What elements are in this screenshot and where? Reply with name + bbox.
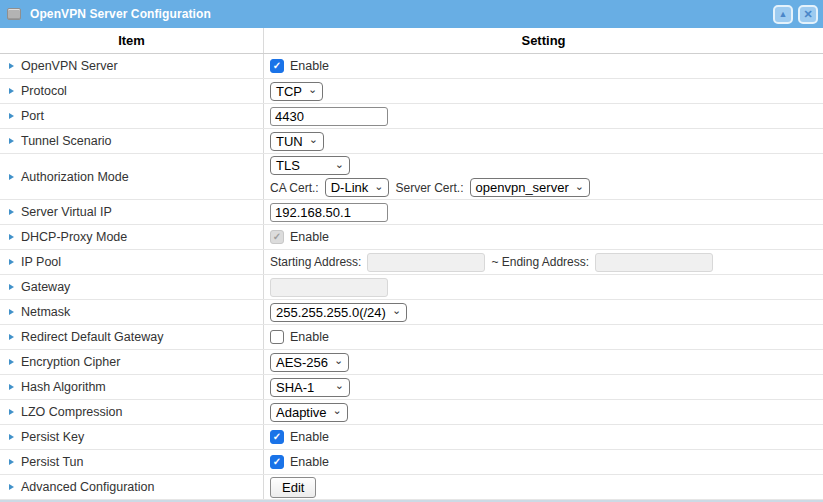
tunnel-scenario-label: Tunnel Scenario <box>21 134 112 148</box>
port-input[interactable] <box>270 107 388 126</box>
ca-cert-select-value: D-Link <box>331 180 369 195</box>
ending-address-input <box>595 253 713 272</box>
persist-tun-checkbox-field: ✓Enable <box>270 455 329 469</box>
port-label: Port <box>21 109 44 123</box>
server-virtual-ip-label: Server Virtual IP <box>21 205 112 219</box>
starting-address-input <box>367 253 485 272</box>
netmask-select-value: 255.255.255.0(/24) <box>276 305 386 320</box>
server-cert-label: Server Cert.: <box>395 181 463 195</box>
redirect-default-gateway-checkbox-field: Enable <box>270 330 329 344</box>
close-icon: ✕ <box>803 9 812 20</box>
authorization-mode-mode-select[interactable]: TLS⌄ <box>270 156 350 175</box>
bullet-icon <box>9 484 14 490</box>
setting-cell-encryption-cipher: AES-256⌄ <box>264 350 823 374</box>
dhcp-proxy-mode-checkbox-field: ✓Enable <box>270 230 329 244</box>
persist-tun-label: Persist Tun <box>21 455 84 469</box>
setting-cell-authorization-mode: TLS⌄CA Cert.:D-Link⌄Server Cert.:openvpn… <box>264 154 823 199</box>
window-icon <box>7 8 21 20</box>
tunnel-scenario-select[interactable]: TUN⌄ <box>270 132 324 151</box>
bullet-icon <box>9 284 14 290</box>
collapse-button[interactable]: ▲ <box>773 5 793 24</box>
item-cell-hash-algorithm: Hash Algorithm <box>0 375 264 399</box>
item-cell-dhcp-proxy-mode: DHCP-Proxy Mode <box>0 225 264 249</box>
gateway-label: Gateway <box>21 280 70 294</box>
setting-cell-protocol: TCP⌄ <box>264 79 823 103</box>
redirect-default-gateway-checkbox[interactable] <box>270 330 284 344</box>
row-lzo-compression: LZO CompressionAdaptive⌄ <box>0 400 823 425</box>
bullet-icon <box>9 309 14 315</box>
settings-table: Item Setting OpenVPN Server✓EnableProtoc… <box>0 28 823 500</box>
row-hash-algorithm: Hash AlgorithmSHA-1⌄ <box>0 375 823 400</box>
persist-tun-checkbox-label: Enable <box>290 455 329 469</box>
persist-key-checkbox-field: ✓Enable <box>270 430 329 444</box>
ending-address-label: ~ Ending Address: <box>491 255 589 269</box>
bullet-icon <box>9 359 14 365</box>
persist-tun-checkbox[interactable]: ✓ <box>270 455 284 469</box>
item-cell-encryption-cipher: Encryption Cipher <box>0 350 264 374</box>
item-cell-persist-tun: Persist Tun <box>0 450 264 474</box>
bullet-icon <box>9 174 14 180</box>
collapse-icon: ▲ <box>779 10 788 19</box>
setting-cell-gateway <box>264 275 823 299</box>
ca-cert-select[interactable]: D-Link⌄ <box>325 178 390 197</box>
bullet-icon <box>9 259 14 265</box>
item-cell-authorization-mode: Authorization Mode <box>0 154 264 199</box>
row-protocol: ProtocolTCP⌄ <box>0 79 823 104</box>
hash-algorithm-select-value: SHA-1 <box>276 380 314 395</box>
tunnel-scenario-select-value: TUN <box>276 134 303 149</box>
authorization-mode-mode-select-value: TLS <box>276 158 300 173</box>
server-virtual-ip-input[interactable] <box>270 203 388 222</box>
netmask-select[interactable]: 255.255.255.0(/24)⌄ <box>270 303 407 322</box>
openvpn-server-checkbox-label: Enable <box>290 59 329 73</box>
row-tunnel-scenario: Tunnel ScenarioTUN⌄ <box>0 129 823 154</box>
hash-algorithm-select[interactable]: SHA-1⌄ <box>270 378 350 397</box>
setting-cell-advanced-configuration: Edit <box>264 475 823 499</box>
server-cert-select[interactable]: openvpn_server⌄ <box>470 178 590 197</box>
row-server-virtual-ip: Server Virtual IP <box>0 200 823 225</box>
persist-key-checkbox[interactable]: ✓ <box>270 430 284 444</box>
lzo-compression-select-value: Adaptive <box>276 405 327 420</box>
gateway-input <box>270 278 388 297</box>
item-cell-persist-key: Persist Key <box>0 425 264 449</box>
dhcp-proxy-mode-checkbox: ✓ <box>270 230 284 244</box>
window-title: OpenVPN Server Configuration <box>30 7 211 21</box>
table-header-row: Item Setting <box>0 28 823 54</box>
lzo-compression-select[interactable]: Adaptive⌄ <box>270 403 348 422</box>
item-cell-redirect-default-gateway: Redirect Default Gateway <box>0 325 264 349</box>
protocol-select[interactable]: TCP⌄ <box>270 82 323 101</box>
bullet-icon <box>9 138 14 144</box>
setting-cell-openvpn-server: ✓Enable <box>264 54 823 78</box>
row-openvpn-server: OpenVPN Server✓Enable <box>0 54 823 79</box>
setting-cell-redirect-default-gateway: Enable <box>264 325 823 349</box>
close-button[interactable]: ✕ <box>798 5 818 24</box>
advanced-configuration-label: Advanced Configuration <box>21 480 154 494</box>
openvpn-server-checkbox-field: ✓Enable <box>270 59 329 73</box>
row-dhcp-proxy-mode: DHCP-Proxy Mode✓Enable <box>0 225 823 250</box>
bullet-icon <box>9 409 14 415</box>
openvpn-server-configuration-window: OpenVPN Server Configuration ▲ ✕ Item Se… <box>0 0 823 502</box>
window-controls: ▲ ✕ <box>773 5 818 24</box>
auth-cert-line: CA Cert.:D-Link⌄Server Cert.:openvpn_ser… <box>270 178 590 197</box>
ca-cert-label: CA Cert.: <box>270 181 319 195</box>
bullet-icon <box>9 88 14 94</box>
bullet-icon <box>9 434 14 440</box>
hash-algorithm-label: Hash Algorithm <box>21 380 106 394</box>
encryption-cipher-select-value: AES-256 <box>276 355 328 370</box>
bullet-icon <box>9 63 14 69</box>
lzo-compression-label: LZO Compression <box>21 405 122 419</box>
openvpn-server-checkbox[interactable]: ✓ <box>270 59 284 73</box>
encryption-cipher-select[interactable]: AES-256⌄ <box>270 353 349 372</box>
row-port: Port <box>0 104 823 129</box>
setting-cell-server-virtual-ip <box>264 200 823 224</box>
netmask-label: Netmask <box>21 305 70 319</box>
row-advanced-configuration: Advanced ConfigurationEdit <box>0 475 823 500</box>
advanced-configuration-edit-button[interactable]: Edit <box>270 477 316 498</box>
protocol-select-value: TCP <box>276 84 302 99</box>
item-cell-netmask: Netmask <box>0 300 264 324</box>
bullet-icon <box>9 459 14 465</box>
table-body: OpenVPN Server✓EnableProtocolTCP⌄PortTun… <box>0 54 823 500</box>
authorization-mode-label: Authorization Mode <box>21 170 129 184</box>
row-encryption-cipher: Encryption CipherAES-256⌄ <box>0 350 823 375</box>
dhcp-proxy-mode-checkbox-label: Enable <box>290 230 329 244</box>
row-authorization-mode: Authorization ModeTLS⌄CA Cert.:D-Link⌄Se… <box>0 154 823 200</box>
